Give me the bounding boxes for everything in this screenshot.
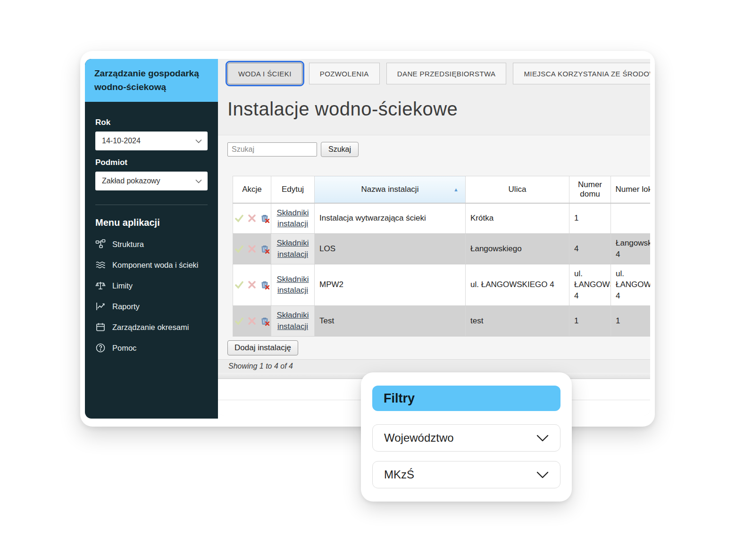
reject-x-icon[interactable]: [247, 214, 257, 223]
skladniki-instalacji-link[interactable]: Składniki instalacji: [276, 275, 309, 295]
col-numer-domu[interactable]: Numer domu: [569, 176, 611, 203]
chevron-down-icon: [536, 435, 549, 442]
sidebar-item-raporty[interactable]: Raporty: [95, 296, 208, 317]
col-numer-lokalu[interactable]: Numer lokalu: [611, 176, 651, 203]
tab-dane-przedsiebiorstwa[interactable]: DANE PRZEDSIĘBIORSTWA: [386, 63, 507, 84]
podmiot-select-value: Zakład pokazowy: [102, 177, 160, 185]
help-circle-icon: [95, 343, 106, 353]
cell-numer-domu: ul. ŁANGOWSKIEGO 4: [569, 264, 611, 305]
reject-x-icon[interactable]: [247, 316, 257, 326]
table-info-text: Showing 1 to 4 of 4: [218, 359, 650, 373]
cell-nazwa: LOS: [315, 234, 466, 264]
cell-ulica: ul. ŁANGOWSKIEGO 4: [466, 264, 569, 305]
installations-table: Akcje Edytuj Nazwa instalacji ▲ Ulica Nu…: [233, 176, 650, 337]
delete-trash-icon[interactable]: [260, 214, 269, 223]
tab-bar: WODA I ŚCIEKI POZWOLENIA DANE PRZEDSIĘBI…: [218, 59, 650, 84]
cell-numer-domu: 4: [569, 234, 611, 264]
app-window: Zarządzanie gospodarką wodno-ściekową Ro…: [80, 51, 655, 427]
search-input[interactable]: [227, 142, 317, 156]
cell-numer-lokalu: [611, 203, 651, 234]
podmiot-select[interactable]: Zakład pokazowy: [95, 172, 208, 190]
cell-ulica: Łangowskiego: [466, 234, 569, 264]
skladniki-instalacji-link[interactable]: Składniki instalacji: [276, 239, 309, 259]
cell-ulica: test: [466, 306, 569, 337]
delete-trash-icon[interactable]: [260, 316, 269, 326]
sidebar-item-label: Raporty: [112, 302, 140, 311]
wojewodztwo-select[interactable]: Województwo: [372, 424, 560, 452]
cell-nazwa: MPW2: [315, 264, 466, 305]
sidebar-item-label: Pomoc: [112, 344, 136, 353]
cell-numer-domu: 1: [569, 203, 611, 234]
sidebar-item-okresy[interactable]: Zarządzanie okresami: [95, 317, 208, 338]
mkzs-select-label: MKzŚ: [384, 468, 414, 481]
cell-nazwa: Test: [315, 306, 466, 337]
app-title: Zarządzanie gospodarką wodno-ściekową: [85, 59, 218, 102]
chevron-down-icon: [536, 471, 549, 478]
sidebar-item-label: Limity: [112, 281, 133, 290]
sidebar: Zarządzanie gospodarką wodno-ściekową Ro…: [85, 59, 218, 419]
sort-asc-icon: ▲: [453, 187, 459, 192]
reject-x-icon[interactable]: [247, 244, 257, 254]
tab-miejsca-korzystania[interactable]: MIEJSCA KORZYSTANIA ZE ŚRODOW: [513, 63, 650, 84]
table-row: Składniki instalacji Test test 1 1: [233, 306, 651, 337]
search-button[interactable]: Szukaj: [321, 142, 359, 157]
line-chart-icon: [95, 301, 106, 312]
rok-select-value: 14-10-2024: [102, 137, 141, 145]
rok-select[interactable]: 14-10-2024: [95, 132, 208, 150]
calendar-icon: [95, 322, 106, 332]
menu-title: Menu aplikacji: [95, 217, 208, 228]
delete-trash-icon[interactable]: [260, 280, 269, 289]
table-row: Składniki instalacji Instalacja wytwarza…: [233, 203, 651, 234]
cell-nazwa: Instalacja wytwarzająca ścieki: [315, 203, 466, 234]
cell-numer-lokalu: Łangowskiego 4: [611, 234, 651, 264]
sidebar-item-pomoc[interactable]: Pomoc: [95, 338, 208, 358]
scale-icon: [95, 280, 106, 291]
reject-x-icon[interactable]: [247, 280, 257, 289]
approve-check-icon[interactable]: [234, 214, 244, 223]
tab-pozwolenia[interactable]: POZWOLENIA: [309, 63, 380, 84]
skladniki-instalacji-link[interactable]: Składniki instalacji: [276, 208, 309, 229]
col-nazwa-instalacji[interactable]: Nazwa instalacji ▲: [315, 176, 466, 203]
cell-numer-domu: 1: [569, 306, 611, 337]
filters-title: Filtry: [372, 386, 560, 411]
delete-trash-icon[interactable]: [260, 244, 269, 254]
content-area: WODA I ŚCIEKI POZWOLENIA DANE PRZEDSIĘBI…: [218, 59, 650, 416]
filters-panel: Filtry Województwo MKzŚ: [361, 372, 572, 502]
col-akcje[interactable]: Akcje: [233, 176, 271, 203]
col-ulica[interactable]: Ulica: [466, 176, 569, 203]
table-panel: Szukaj Akcje Edytuj Nazwa instalacji: [218, 135, 650, 379]
approve-check-icon[interactable]: [234, 316, 244, 326]
org-chart-icon: [95, 239, 106, 249]
add-installation-button[interactable]: Dodaj instalację: [227, 340, 298, 355]
tab-woda-i-scieki[interactable]: WODA I ŚCIEKI: [227, 63, 302, 84]
col-edytuj[interactable]: Edytuj: [271, 176, 315, 203]
table-row: Składniki instalacji LOS Łangowskiego 4 …: [233, 234, 651, 264]
cell-numer-lokalu: 1: [611, 306, 651, 337]
table-wrap: Akcje Edytuj Nazwa instalacji ▲ Ulica Nu…: [233, 176, 650, 337]
rok-label: Rok: [95, 118, 208, 127]
chevron-down-icon: [195, 179, 202, 183]
skladniki-instalacji-link[interactable]: Składniki instalacji: [276, 311, 309, 331]
sidebar-item-komponent-woda[interactable]: Komponent woda i ścieki: [95, 255, 208, 275]
podmiot-label: Podmiot: [95, 158, 208, 167]
mkzs-select[interactable]: MKzŚ: [372, 461, 560, 488]
sidebar-item-struktura[interactable]: Struktura: [95, 234, 208, 255]
wojewodztwo-select-label: Województwo: [384, 431, 454, 445]
sidebar-divider: [95, 205, 208, 205]
chevron-down-icon: [195, 139, 202, 143]
waves-icon: [95, 260, 106, 270]
cell-ulica: Krótka: [466, 203, 569, 234]
cell-numer-lokalu: ul. ŁANGOWSKIEGO 4: [611, 264, 651, 305]
table-row: Składniki instalacji MPW2 ul. ŁANGOWSKIE…: [233, 264, 651, 305]
approve-check-icon[interactable]: [234, 280, 244, 289]
sidebar-item-limity[interactable]: Limity: [95, 275, 208, 296]
approve-check-icon[interactable]: [234, 244, 244, 254]
sidebar-item-label: Komponent woda i ścieki: [112, 261, 199, 270]
sidebar-item-label: Struktura: [112, 240, 144, 249]
page-title: Instalacje wodno-ściekowe: [227, 99, 650, 120]
sidebar-item-label: Zarządzanie okresami: [112, 323, 189, 332]
